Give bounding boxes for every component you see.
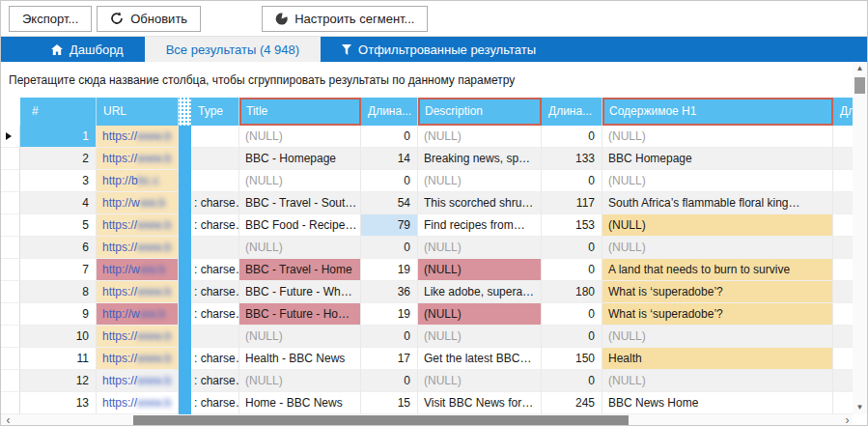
table-row[interactable]: 12https://www.b: charse…(NULL)0(NULL)0(N… bbox=[1, 370, 854, 392]
table-row[interactable]: 9http://www.b: charse…BBC - Future - Ho…… bbox=[1, 303, 854, 326]
cell-description[interactable]: (NULL) bbox=[418, 237, 542, 259]
cell-url[interactable]: https://www.b bbox=[97, 214, 179, 237]
cell-h1-length[interactable] bbox=[833, 392, 854, 414]
row-indicator[interactable] bbox=[1, 370, 20, 392]
cell-url[interactable]: https://www.b bbox=[97, 392, 179, 414]
cell-h1-content[interactable]: A land that needs to burn to survive bbox=[602, 259, 833, 281]
cell-description[interactable]: (NULL) bbox=[418, 370, 542, 392]
cell-description[interactable]: Visit BBC News for… bbox=[418, 392, 542, 414]
cell-h1-length[interactable] bbox=[833, 214, 854, 237]
column-header-description[interactable]: Description bbox=[418, 98, 542, 126]
cell-h1-length[interactable] bbox=[833, 303, 854, 326]
cell-url[interactable]: http://www.b bbox=[97, 303, 179, 326]
cell-title[interactable]: BBC - Future - Wh… bbox=[239, 281, 361, 303]
cell-content-type[interactable] bbox=[191, 326, 239, 348]
tab-dashboard[interactable]: Дашборд bbox=[30, 37, 145, 62]
cell-row-number[interactable]: 12 bbox=[20, 370, 97, 392]
cell-title[interactable]: Health - BBC News bbox=[239, 348, 361, 370]
table-row[interactable]: 8https://www.b: charse…BBC - Future - Wh… bbox=[1, 281, 854, 303]
configure-segment-button[interactable]: Настроить сегмент... bbox=[262, 6, 428, 32]
table-row[interactable]: 3http://bbc.c(NULL)0(NULL)0(NULL) bbox=[1, 170, 854, 192]
cell-title-length[interactable]: 54 bbox=[361, 192, 418, 214]
row-indicator[interactable] bbox=[1, 214, 20, 237]
cell-content-type[interactable]: : charse… bbox=[191, 303, 239, 326]
cell-content-type[interactable] bbox=[191, 126, 239, 148]
cell-h1-length[interactable] bbox=[833, 170, 854, 192]
cell-title-length[interactable]: 14 bbox=[361, 148, 418, 170]
cell-title-length[interactable]: 0 bbox=[361, 326, 418, 348]
cell-h1-content[interactable]: What is ‘superadobe’? bbox=[602, 281, 833, 303]
column-header-title[interactable]: Title bbox=[239, 98, 361, 126]
cell-row-number[interactable]: 11 bbox=[20, 348, 97, 370]
cell-description-length[interactable]: 0 bbox=[542, 326, 602, 348]
cell-row-number[interactable]: 5 bbox=[20, 214, 97, 237]
cell-row-number[interactable]: 4 bbox=[20, 192, 97, 214]
cell-title-length[interactable]: 0 bbox=[361, 170, 418, 192]
cell-h1-content[interactable]: (NULL) bbox=[602, 170, 833, 192]
cell-title-length[interactable]: 0 bbox=[361, 370, 418, 392]
horizontal-scrollbar[interactable]: ‹ › bbox=[1, 414, 854, 426]
cell-content-type[interactable] bbox=[191, 170, 239, 192]
cell-content-type[interactable]: : charse… bbox=[191, 214, 239, 237]
cell-title-length[interactable]: 19 bbox=[361, 303, 418, 326]
cell-description-length[interactable]: 0 bbox=[542, 237, 602, 259]
cell-url[interactable]: https://www.b bbox=[97, 370, 179, 392]
cell-description-length[interactable]: 0 bbox=[542, 126, 602, 148]
cell-h1-content[interactable]: BBC News Home bbox=[602, 392, 833, 414]
cell-url[interactable]: https://www.b bbox=[97, 148, 179, 170]
cell-content-type[interactable] bbox=[191, 148, 239, 170]
cell-h1-content[interactable]: South Africa’s flammable floral king… bbox=[602, 192, 833, 214]
cell-url[interactable]: https://www.b bbox=[97, 237, 179, 259]
cell-content-type[interactable]: : charse… bbox=[191, 370, 239, 392]
cell-description[interactable]: (NULL) bbox=[418, 259, 542, 281]
cell-title[interactable]: BBC Food - Recipe… bbox=[239, 214, 361, 237]
cell-title-length[interactable]: 17 bbox=[361, 348, 418, 370]
table-row[interactable]: 11https://www.b: charse…Health - BBC New… bbox=[1, 348, 854, 370]
cell-description[interactable]: Breaking news, sp… bbox=[418, 148, 542, 170]
cell-h1-content[interactable]: (NULL) bbox=[602, 214, 833, 237]
row-indicator[interactable] bbox=[1, 126, 20, 148]
horizontal-scrollbar-thumb[interactable] bbox=[133, 415, 629, 426]
cell-title-length[interactable]: 0 bbox=[361, 126, 418, 148]
cell-h1-content[interactable]: (NULL) bbox=[602, 237, 833, 259]
row-indicator[interactable] bbox=[1, 303, 20, 326]
column-header-type[interactable]: Type bbox=[191, 98, 239, 126]
cell-h1-length[interactable] bbox=[833, 259, 854, 281]
table-row[interactable]: 1https://www.b(NULL)0(NULL)0(NULL) bbox=[1, 126, 854, 148]
cell-title-length[interactable]: 79 bbox=[361, 214, 418, 237]
cell-h1-content[interactable]: (NULL) bbox=[602, 126, 833, 148]
cell-h1-length[interactable] bbox=[833, 281, 854, 303]
cell-description-length[interactable]: 153 bbox=[542, 214, 602, 237]
table-row[interactable]: 4http://www.b: charse…BBC - Travel - Sou… bbox=[1, 192, 854, 214]
cell-row-number[interactable]: 6 bbox=[20, 237, 97, 259]
scroll-left-icon[interactable]: ‹ bbox=[1, 414, 15, 426]
row-indicator[interactable] bbox=[1, 281, 20, 303]
cell-row-number[interactable]: 3 bbox=[20, 170, 97, 192]
cell-description-length[interactable]: 180 bbox=[542, 281, 602, 303]
cell-row-number[interactable]: 9 bbox=[20, 303, 97, 326]
cell-description[interactable]: (NULL) bbox=[418, 170, 542, 192]
frozen-column-splitter-handle[interactable] bbox=[179, 98, 191, 126]
table-row[interactable]: 13https://www.b: charse…Home - BBC News1… bbox=[1, 392, 854, 414]
cell-description-length[interactable]: 150 bbox=[542, 348, 602, 370]
row-indicator[interactable] bbox=[1, 348, 20, 370]
cell-h1-length[interactable] bbox=[833, 370, 854, 392]
cell-title[interactable]: (NULL) bbox=[239, 126, 361, 148]
cell-title[interactable]: Home - BBC News bbox=[239, 392, 361, 414]
cell-title-length[interactable]: 19 bbox=[361, 259, 418, 281]
column-header-description-length[interactable]: Длина... bbox=[542, 98, 602, 126]
cell-content-type[interactable]: : charse… bbox=[191, 281, 239, 303]
cell-h1-length[interactable] bbox=[833, 348, 854, 370]
cell-title-length[interactable]: 0 bbox=[361, 237, 418, 259]
cell-url[interactable]: https://www.b bbox=[97, 281, 179, 303]
cell-title[interactable]: BBC - Travel - Home bbox=[239, 259, 361, 281]
cell-content-type[interactable]: : charse… bbox=[191, 348, 239, 370]
cell-description[interactable]: (NULL) bbox=[418, 326, 542, 348]
column-header-h1-content[interactable]: Содержимое H1 bbox=[602, 98, 833, 126]
cell-row-number[interactable]: 10 bbox=[20, 326, 97, 348]
cell-h1-content[interactable]: (NULL) bbox=[602, 370, 833, 392]
cell-title[interactable]: (NULL) bbox=[239, 237, 361, 259]
cell-url[interactable]: https://www.b bbox=[97, 348, 179, 370]
table-row[interactable]: 10https://www.b(NULL)0(NULL)0(NULL) bbox=[1, 326, 854, 348]
cell-description[interactable]: (NULL) bbox=[418, 303, 542, 326]
